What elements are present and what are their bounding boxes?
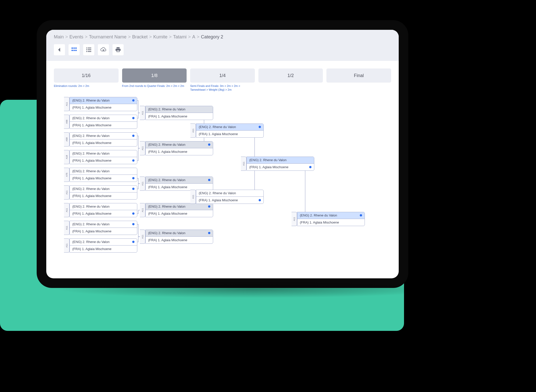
match-player-top[interactable]: (ENG) 2. Rhene du Valon bbox=[196, 124, 263, 131]
match-player-bottom[interactable]: (FRA) 1. Aglaia Mischoene bbox=[196, 197, 263, 204]
print-button[interactable] bbox=[113, 44, 124, 55]
match-player-bottom[interactable]: (FRA) 1. Aglaia Mischoene bbox=[196, 131, 263, 137]
match-body: (ENG) 2. Rhene du Valon(FRA) 1. Aglaia M… bbox=[145, 177, 213, 191]
match-player-bottom[interactable]: (FRA) 1. Aglaia Mischoene bbox=[146, 184, 213, 190]
match-player-top[interactable]: (ENG) 2. Rhene du Valon bbox=[196, 190, 263, 197]
match-player-bottom[interactable]: (FRA) 1. Aglaia Mischoene bbox=[70, 104, 137, 111]
breadcrumb-item[interactable]: A bbox=[192, 34, 195, 40]
back-button[interactable] bbox=[54, 44, 65, 55]
bracket-match[interactable]: A11(ENG) 2. Rhene du Valon(FRA) 1. Aglai… bbox=[64, 221, 137, 235]
svg-rect-4 bbox=[74, 50, 75, 51]
round-hint: Elimination rounds: 2m > 2m bbox=[54, 84, 119, 92]
breadcrumb-item[interactable]: Bracket bbox=[132, 34, 148, 40]
bracket-match[interactable]: A11(ENG) 2. Rhene du Valon(FRA) 1. Aglai… bbox=[140, 230, 213, 244]
player-name: (FRA) 1. Aglaia Mischoene bbox=[249, 165, 288, 169]
bracket-match[interactable]: A11(ENG) 2. Rhene du Valon(FRA) 1. Aglai… bbox=[292, 212, 365, 226]
bracket-match[interactable]: A11(ENG) 2. Rhene du Valon(FRA) 1. Aglai… bbox=[64, 97, 137, 111]
match-player-bottom[interactable]: (FRA) 1. Aglaia Mischoene bbox=[70, 246, 137, 252]
status-dot-icon bbox=[132, 177, 135, 179]
bracket-match[interactable]: A75(ENG) 2. Rhene du Valon(FRA) 1. Aglai… bbox=[64, 168, 137, 182]
match-player-top[interactable]: (ENG) 2. Rhene du Valon bbox=[146, 141, 213, 148]
round-tab[interactable]: 1/2 bbox=[258, 68, 323, 83]
match-player-bottom[interactable]: (FRA) 1. Aglaia Mischoene bbox=[70, 139, 137, 146]
bracket-match[interactable]: A11(ENG) 2. Rhene du Valon(FRA) 1. Aglai… bbox=[241, 157, 314, 171]
breadcrumb-item[interactable]: Kumite bbox=[153, 34, 167, 40]
status-dot-icon bbox=[132, 99, 135, 102]
match-player-bottom[interactable]: (FRA) 1. Aglaia Mischoene bbox=[146, 237, 213, 243]
match-player-top[interactable]: (ENG) 2. Rhene du Valon bbox=[70, 133, 137, 139]
bracket-match[interactable]: A18(ENG) 2. Rhene du Valon(FRA) 1. Aglai… bbox=[64, 150, 137, 164]
bracket-match[interactable]: A11(ENG) 2. Rhene du Valon(FRA) 1. Aglai… bbox=[140, 203, 213, 217]
bracket-match[interactable]: A56(ENG) 2. Rhene du Valon(FRA) 1. Aglai… bbox=[64, 115, 137, 129]
match-player-bottom[interactable]: (FRA) 1. Aglaia Mischoene bbox=[297, 219, 365, 226]
round-tab[interactable]: 1/8 bbox=[122, 68, 187, 83]
player-name: (ENG) 2. Rhene du Valon bbox=[148, 107, 185, 111]
list-view-button[interactable] bbox=[83, 44, 94, 55]
svg-rect-9 bbox=[88, 50, 91, 50]
match-player-top[interactable]: (ENG) 2. Rhene du Valon bbox=[70, 168, 137, 175]
status-dot-icon bbox=[360, 214, 362, 216]
match-player-bottom[interactable]: (FRA) 1. Aglaia Mischoene bbox=[70, 175, 137, 182]
player-name: (FRA) 1. Aglaia Mischoene bbox=[148, 114, 187, 118]
match-player-top[interactable]: (ENG) 2. Rhene du Valon bbox=[70, 186, 137, 192]
breadcrumb-item[interactable]: Events bbox=[70, 34, 83, 40]
match-tag: A11 bbox=[190, 124, 196, 138]
match-tag: A56 bbox=[64, 115, 70, 129]
match-player-top[interactable]: (ENG) 2. Rhene du Valon bbox=[297, 212, 365, 219]
match-player-bottom[interactable]: (FRA) 1. Aglaia Mischoene bbox=[70, 122, 137, 129]
match-player-top[interactable]: (ENG) 2. Rhene du Valon bbox=[70, 97, 137, 104]
player-name: (ENG) 2. Rhene du Valon bbox=[72, 240, 109, 244]
bracket-match[interactable]: A11(ENG) 2. Rhene du Valon(FRA) 1. Aglai… bbox=[64, 203, 137, 217]
bracket-match[interactable]: A11(ENG) 2. Rhene du Valon(FRA) 1. Aglai… bbox=[140, 106, 213, 120]
match-player-bottom[interactable]: (FRA) 1. Aglaia Mischoene bbox=[70, 192, 137, 199]
svg-point-6 bbox=[86, 47, 87, 48]
bracket-match[interactable]: A11(ENG) 2. Rhene du Valon(FRA) 1. Aglai… bbox=[190, 190, 264, 204]
match-player-bottom[interactable]: (FRA) 1. Aglaia Mischoene bbox=[70, 228, 137, 235]
status-dot-icon bbox=[208, 232, 210, 234]
match-player-top[interactable]: (ENG) 2. Rhene du Valon bbox=[70, 239, 137, 246]
match-body: (ENG) 2. Rhene du Valon(FRA) 1. Aglaia M… bbox=[70, 97, 137, 111]
match-player-bottom[interactable]: (FRA) 1. Aglaia Mischoene bbox=[70, 157, 137, 164]
match-tag: A18 bbox=[64, 150, 70, 164]
breadcrumb-sep: > bbox=[65, 34, 68, 40]
match-player-bottom[interactable]: (FRA) 1. Aglaia Mischoene bbox=[146, 148, 213, 155]
match-tag: A11 bbox=[64, 203, 70, 217]
match-player-top[interactable]: (ENG) 2. Rhene du Valon bbox=[146, 177, 213, 184]
match-player-top[interactable]: (ENG) 2. Rhene du Valon bbox=[146, 230, 213, 237]
breadcrumb-item[interactable]: Tournament Name bbox=[89, 34, 126, 40]
match-player-top[interactable]: (ENG) 2. Rhene du Valon bbox=[70, 115, 137, 122]
bracket-match[interactable]: A11(ENG) 2. Rhene du Valon(FRA) 1. Aglai… bbox=[64, 185, 137, 200]
bracket-match[interactable]: A58(ENG) 2. Rhene du Valon(FRA) 1. Aglai… bbox=[64, 132, 137, 146]
bracket-match[interactable]: A11(ENG) 2. Rhene du Valon(FRA) 1. Aglai… bbox=[64, 238, 137, 253]
match-player-bottom[interactable]: (FRA) 1. Aglaia Mischoene bbox=[146, 113, 213, 120]
breadcrumb-item[interactable]: Tatami bbox=[173, 34, 187, 40]
bracket-match[interactable]: A11(ENG) 2. Rhene du Valon(FRA) 1. Aglai… bbox=[140, 177, 213, 191]
match-player-bottom[interactable]: (FRA) 1. Aglaia Mischoene bbox=[70, 210, 137, 217]
round-tab[interactable]: 1/16 bbox=[54, 68, 119, 83]
match-player-bottom[interactable]: (FRA) 1. Aglaia Mischoene bbox=[247, 164, 314, 170]
match-player-top[interactable]: (ENG) 2. Rhene du Valon bbox=[70, 203, 137, 210]
bracket-match[interactable]: A11(ENG) 2. Rhene du Valon(FRA) 1. Aglai… bbox=[140, 141, 213, 155]
cloud-upload-button[interactable] bbox=[98, 44, 109, 55]
breadcrumb-item[interactable]: Main bbox=[54, 34, 64, 40]
match-player-top[interactable]: (ENG) 2. Rhene du Valon bbox=[146, 203, 213, 210]
match-body: (ENG) 2. Rhene du Valon(FRA) 1. Aglaia M… bbox=[297, 212, 365, 226]
player-name: (FRA) 1. Aglaia Mischoene bbox=[72, 229, 111, 233]
svg-rect-3 bbox=[72, 50, 73, 51]
grid-view-button[interactable] bbox=[69, 44, 80, 55]
round-tab[interactable]: Final bbox=[326, 68, 391, 83]
match-player-top[interactable]: (ENG) 2. Rhene du Valon bbox=[70, 221, 137, 228]
round-tab[interactable]: 1/4 bbox=[190, 68, 255, 83]
player-name: (FRA) 1. Aglaia Mischoene bbox=[72, 194, 111, 198]
bracket-match[interactable]: A11(ENG) 2. Rhene du Valon(FRA) 1. Aglai… bbox=[190, 124, 264, 138]
player-name: (ENG) 2. Rhene du Valon bbox=[72, 152, 109, 155]
match-player-bottom[interactable]: (FRA) 1. Aglaia Mischoene bbox=[146, 210, 213, 217]
match-player-top[interactable]: (ENG) 2. Rhene du Valon bbox=[146, 106, 213, 113]
status-dot-icon bbox=[208, 205, 210, 208]
player-name: (ENG) 2. Rhene du Valon bbox=[72, 187, 109, 191]
match-player-top[interactable]: (ENG) 2. Rhene du Valon bbox=[70, 150, 137, 157]
player-name: (FRA) 1. Aglaia Mischoene bbox=[72, 123, 111, 127]
match-player-top[interactable]: (ENG) 2. Rhene du Valon bbox=[247, 157, 314, 164]
match-body: (ENG) 2. Rhene du Valon(FRA) 1. Aglaia M… bbox=[145, 230, 213, 244]
toolbar bbox=[54, 44, 391, 55]
